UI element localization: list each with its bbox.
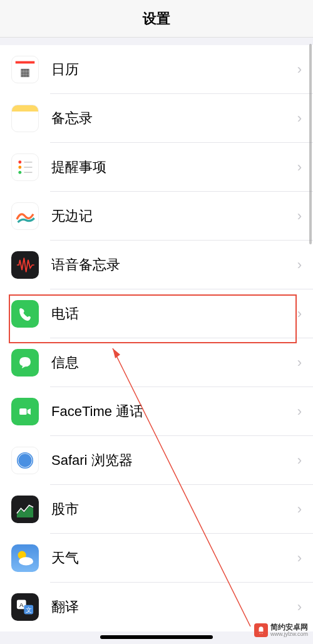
svg-text:A: A	[19, 601, 24, 608]
chevron-right-icon: ›	[297, 452, 302, 469]
safari-icon	[11, 447, 39, 474]
row-messages[interactable]: 信息 ›	[0, 338, 313, 387]
scrollbar[interactable]	[309, 44, 312, 244]
chevron-right-icon: ›	[297, 159, 302, 175]
row-calendar[interactable]: ▦ 日历 ›	[0, 45, 313, 94]
row-label: Safari 浏览器	[51, 451, 297, 470]
phone-icon	[11, 300, 39, 328]
stocks-icon	[11, 496, 39, 523]
svg-rect-8	[19, 408, 26, 415]
svg-point-3	[18, 166, 21, 169]
row-voicememos[interactable]: 语音备忘录 ›	[0, 241, 313, 289]
chevron-right-icon: ›	[297, 355, 302, 371]
chevron-right-icon: ›	[297, 403, 302, 420]
row-label: 天气	[51, 549, 297, 568]
row-label: 无边记	[51, 207, 297, 226]
settings-list: ▦ 日历 › 备忘录 › 提醒事项 › 无边记 › 语音备忘录 › 电话 ›	[0, 45, 313, 631]
row-reminders[interactable]: 提醒事项 ›	[0, 143, 313, 192]
row-label: 语音备忘录	[51, 256, 297, 274]
svg-point-11	[18, 454, 31, 467]
reminders-icon	[11, 153, 39, 181]
watermark-icon	[254, 623, 268, 637]
row-facetime[interactable]: FaceTime 通话 ›	[0, 387, 313, 436]
row-label: 提醒事项	[51, 158, 297, 177]
facetime-icon	[11, 398, 39, 425]
voicememos-icon	[11, 251, 39, 279]
watermark-url: www.jylzw.com	[270, 631, 308, 638]
row-label: 日历	[51, 60, 297, 79]
svg-point-2	[18, 160, 21, 164]
chevron-right-icon: ›	[297, 61, 302, 78]
freeform-icon	[11, 202, 39, 230]
row-label: FaceTime 通话	[51, 402, 297, 421]
chevron-right-icon: ›	[297, 550, 302, 566]
header: 设置	[0, 0, 313, 38]
chevron-right-icon: ›	[297, 501, 302, 517]
row-notes[interactable]: 备忘录 ›	[0, 94, 313, 143]
row-phone[interactable]: 电话 ›	[0, 289, 313, 338]
row-label: 翻译	[51, 598, 297, 616]
messages-icon	[11, 349, 39, 377]
chevron-right-icon: ›	[297, 306, 302, 322]
svg-text:文: 文	[26, 606, 32, 613]
chevron-right-icon: ›	[297, 208, 302, 224]
row-label: 股市	[51, 500, 297, 519]
svg-point-13	[19, 557, 33, 565]
translate-icon: A文	[11, 593, 39, 621]
chevron-right-icon: ›	[297, 257, 302, 273]
notes-icon	[11, 105, 39, 132]
row-label: 信息	[51, 353, 297, 372]
row-weather[interactable]: 天气 ›	[0, 534, 313, 583]
chevron-right-icon: ›	[297, 599, 302, 615]
svg-rect-0	[16, 61, 35, 64]
svg-text:▦: ▦	[20, 66, 30, 78]
home-indicator[interactable]	[100, 635, 213, 639]
page-title: 设置	[143, 9, 170, 28]
row-safari[interactable]: Safari 浏览器 ›	[0, 436, 313, 485]
watermark: 简约安卓网 www.jylzw.com	[254, 623, 308, 638]
row-label: 备忘录	[51, 109, 297, 128]
row-label: 电话	[51, 304, 297, 323]
weather-icon	[11, 544, 39, 572]
calendar-icon: ▦	[11, 56, 39, 83]
svg-point-4	[18, 171, 21, 174]
row-stocks[interactable]: 股市 ›	[0, 485, 313, 534]
chevron-right-icon: ›	[297, 110, 302, 127]
row-freeform[interactable]: 无边记 ›	[0, 192, 313, 241]
